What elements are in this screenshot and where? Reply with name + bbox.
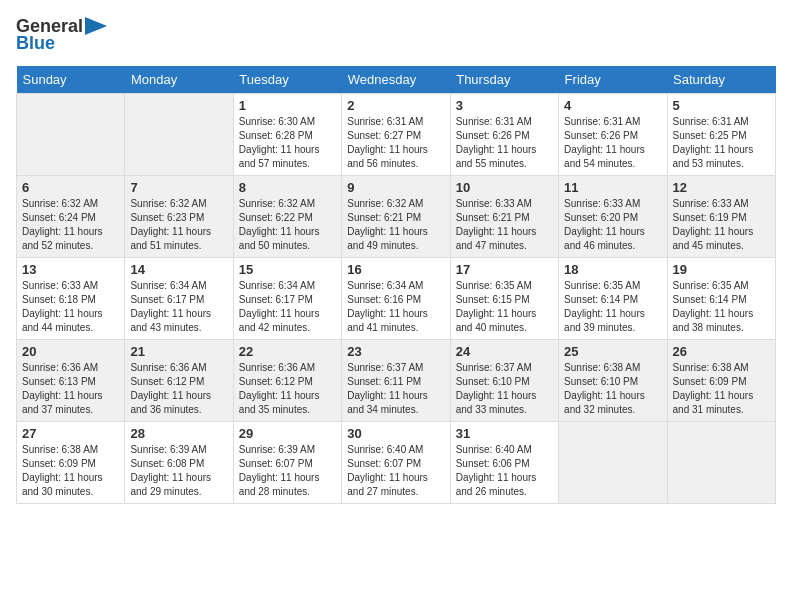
weekday-header-tuesday: Tuesday: [233, 66, 341, 94]
day-number: 18: [564, 262, 661, 277]
week-row-3: 13Sunrise: 6:33 AMSunset: 6:18 PMDayligh…: [17, 258, 776, 340]
day-cell: 21Sunrise: 6:36 AMSunset: 6:12 PMDayligh…: [125, 340, 233, 422]
day-number: 27: [22, 426, 119, 441]
day-number: 12: [673, 180, 770, 195]
day-number: 10: [456, 180, 553, 195]
day-info: Sunrise: 6:38 AMSunset: 6:09 PMDaylight:…: [22, 443, 119, 499]
day-info: Sunrise: 6:34 AMSunset: 6:17 PMDaylight:…: [239, 279, 336, 335]
weekday-header-thursday: Thursday: [450, 66, 558, 94]
weekday-header-wednesday: Wednesday: [342, 66, 450, 94]
week-row-4: 20Sunrise: 6:36 AMSunset: 6:13 PMDayligh…: [17, 340, 776, 422]
day-cell: [667, 422, 775, 504]
day-number: 19: [673, 262, 770, 277]
day-cell: 1Sunrise: 6:30 AMSunset: 6:28 PMDaylight…: [233, 94, 341, 176]
day-info: Sunrise: 6:32 AMSunset: 6:22 PMDaylight:…: [239, 197, 336, 253]
day-cell: 3Sunrise: 6:31 AMSunset: 6:26 PMDaylight…: [450, 94, 558, 176]
day-info: Sunrise: 6:34 AMSunset: 6:16 PMDaylight:…: [347, 279, 444, 335]
day-number: 11: [564, 180, 661, 195]
day-info: Sunrise: 6:32 AMSunset: 6:24 PMDaylight:…: [22, 197, 119, 253]
day-info: Sunrise: 6:31 AMSunset: 6:27 PMDaylight:…: [347, 115, 444, 171]
day-number: 5: [673, 98, 770, 113]
day-cell: 12Sunrise: 6:33 AMSunset: 6:19 PMDayligh…: [667, 176, 775, 258]
day-cell: 15Sunrise: 6:34 AMSunset: 6:17 PMDayligh…: [233, 258, 341, 340]
day-number: 23: [347, 344, 444, 359]
day-info: Sunrise: 6:31 AMSunset: 6:26 PMDaylight:…: [456, 115, 553, 171]
day-cell: 20Sunrise: 6:36 AMSunset: 6:13 PMDayligh…: [17, 340, 125, 422]
day-number: 30: [347, 426, 444, 441]
day-cell: 19Sunrise: 6:35 AMSunset: 6:14 PMDayligh…: [667, 258, 775, 340]
day-number: 20: [22, 344, 119, 359]
day-info: Sunrise: 6:30 AMSunset: 6:28 PMDaylight:…: [239, 115, 336, 171]
day-cell: 17Sunrise: 6:35 AMSunset: 6:15 PMDayligh…: [450, 258, 558, 340]
weekday-header-row: SundayMondayTuesdayWednesdayThursdayFrid…: [17, 66, 776, 94]
day-info: Sunrise: 6:33 AMSunset: 6:21 PMDaylight:…: [456, 197, 553, 253]
day-cell: 8Sunrise: 6:32 AMSunset: 6:22 PMDaylight…: [233, 176, 341, 258]
day-info: Sunrise: 6:40 AMSunset: 6:06 PMDaylight:…: [456, 443, 553, 499]
day-number: 3: [456, 98, 553, 113]
day-cell: 14Sunrise: 6:34 AMSunset: 6:17 PMDayligh…: [125, 258, 233, 340]
day-cell: 6Sunrise: 6:32 AMSunset: 6:24 PMDaylight…: [17, 176, 125, 258]
day-number: 22: [239, 344, 336, 359]
day-cell: 7Sunrise: 6:32 AMSunset: 6:23 PMDaylight…: [125, 176, 233, 258]
day-cell: 9Sunrise: 6:32 AMSunset: 6:21 PMDaylight…: [342, 176, 450, 258]
day-number: 16: [347, 262, 444, 277]
day-number: 31: [456, 426, 553, 441]
day-info: Sunrise: 6:35 AMSunset: 6:14 PMDaylight:…: [673, 279, 770, 335]
week-row-1: 1Sunrise: 6:30 AMSunset: 6:28 PMDaylight…: [17, 94, 776, 176]
calendar-table: SundayMondayTuesdayWednesdayThursdayFrid…: [16, 66, 776, 504]
day-number: 21: [130, 344, 227, 359]
day-cell: [17, 94, 125, 176]
day-cell: 16Sunrise: 6:34 AMSunset: 6:16 PMDayligh…: [342, 258, 450, 340]
day-cell: [125, 94, 233, 176]
day-cell: 26Sunrise: 6:38 AMSunset: 6:09 PMDayligh…: [667, 340, 775, 422]
day-number: 13: [22, 262, 119, 277]
day-info: Sunrise: 6:34 AMSunset: 6:17 PMDaylight:…: [130, 279, 227, 335]
weekday-header-saturday: Saturday: [667, 66, 775, 94]
day-cell: [559, 422, 667, 504]
day-info: Sunrise: 6:32 AMSunset: 6:21 PMDaylight:…: [347, 197, 444, 253]
svg-marker-0: [85, 17, 107, 35]
day-info: Sunrise: 6:33 AMSunset: 6:20 PMDaylight:…: [564, 197, 661, 253]
day-number: 1: [239, 98, 336, 113]
day-cell: 31Sunrise: 6:40 AMSunset: 6:06 PMDayligh…: [450, 422, 558, 504]
day-cell: 28Sunrise: 6:39 AMSunset: 6:08 PMDayligh…: [125, 422, 233, 504]
day-cell: 30Sunrise: 6:40 AMSunset: 6:07 PMDayligh…: [342, 422, 450, 504]
day-info: Sunrise: 6:33 AMSunset: 6:19 PMDaylight:…: [673, 197, 770, 253]
day-info: Sunrise: 6:31 AMSunset: 6:26 PMDaylight:…: [564, 115, 661, 171]
logo-blue: Blue: [16, 33, 55, 54]
day-info: Sunrise: 6:40 AMSunset: 6:07 PMDaylight:…: [347, 443, 444, 499]
day-info: Sunrise: 6:31 AMSunset: 6:25 PMDaylight:…: [673, 115, 770, 171]
logo-arrow-icon: [85, 17, 107, 35]
day-cell: 10Sunrise: 6:33 AMSunset: 6:21 PMDayligh…: [450, 176, 558, 258]
day-number: 15: [239, 262, 336, 277]
day-info: Sunrise: 6:37 AMSunset: 6:10 PMDaylight:…: [456, 361, 553, 417]
day-number: 9: [347, 180, 444, 195]
day-number: 24: [456, 344, 553, 359]
day-info: Sunrise: 6:38 AMSunset: 6:10 PMDaylight:…: [564, 361, 661, 417]
logo: General Blue: [16, 16, 107, 54]
week-row-5: 27Sunrise: 6:38 AMSunset: 6:09 PMDayligh…: [17, 422, 776, 504]
day-number: 14: [130, 262, 227, 277]
day-cell: 29Sunrise: 6:39 AMSunset: 6:07 PMDayligh…: [233, 422, 341, 504]
day-cell: 18Sunrise: 6:35 AMSunset: 6:14 PMDayligh…: [559, 258, 667, 340]
day-number: 25: [564, 344, 661, 359]
day-cell: 2Sunrise: 6:31 AMSunset: 6:27 PMDaylight…: [342, 94, 450, 176]
day-info: Sunrise: 6:37 AMSunset: 6:11 PMDaylight:…: [347, 361, 444, 417]
day-info: Sunrise: 6:38 AMSunset: 6:09 PMDaylight:…: [673, 361, 770, 417]
day-cell: 24Sunrise: 6:37 AMSunset: 6:10 PMDayligh…: [450, 340, 558, 422]
day-info: Sunrise: 6:39 AMSunset: 6:07 PMDaylight:…: [239, 443, 336, 499]
day-number: 8: [239, 180, 336, 195]
day-number: 7: [130, 180, 227, 195]
day-cell: 5Sunrise: 6:31 AMSunset: 6:25 PMDaylight…: [667, 94, 775, 176]
day-number: 6: [22, 180, 119, 195]
day-number: 17: [456, 262, 553, 277]
day-info: Sunrise: 6:36 AMSunset: 6:13 PMDaylight:…: [22, 361, 119, 417]
day-cell: 11Sunrise: 6:33 AMSunset: 6:20 PMDayligh…: [559, 176, 667, 258]
day-cell: 4Sunrise: 6:31 AMSunset: 6:26 PMDaylight…: [559, 94, 667, 176]
weekday-header-monday: Monday: [125, 66, 233, 94]
week-row-2: 6Sunrise: 6:32 AMSunset: 6:24 PMDaylight…: [17, 176, 776, 258]
day-cell: 13Sunrise: 6:33 AMSunset: 6:18 PMDayligh…: [17, 258, 125, 340]
day-info: Sunrise: 6:33 AMSunset: 6:18 PMDaylight:…: [22, 279, 119, 335]
day-number: 28: [130, 426, 227, 441]
day-number: 26: [673, 344, 770, 359]
